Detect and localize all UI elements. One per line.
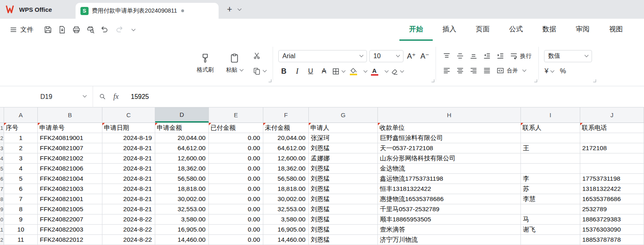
cell[interactable] [580,153,644,164]
decrease-font-button[interactable]: A⁻ [419,50,430,61]
cell[interactable]: FFK240821004 [38,174,102,184]
cell[interactable]: 刘恩猛 [309,174,378,184]
cell[interactable]: 16535378686 [580,194,644,204]
cell[interactable]: 天一0537-2172108 [378,143,521,153]
column-header-i[interactable]: I [521,107,580,122]
cell[interactable]: 9 [4,214,38,225]
search-button[interactable] [93,93,112,101]
increase-font-button[interactable]: A⁺ [406,50,417,61]
cell[interactable]: 3,580.00 [155,214,209,225]
new-tab-button[interactable]: + [223,3,236,15]
font-name-select[interactable]: Arial [278,50,367,62]
row-header[interactable]: 1 [0,123,4,133]
row-header[interactable]: 3 [0,143,4,153]
cell[interactable]: 7 [4,194,38,204]
cell[interactable]: 12,600.00 [263,153,309,164]
cell[interactable]: 2024-8-22 [102,225,155,235]
cell[interactable]: 14,460.00 [155,235,209,245]
cell[interactable]: 56,580.00 [155,174,209,184]
cell[interactable]: 3,580.00 [263,214,309,225]
cell[interactable]: 18,818.00 [155,184,209,194]
cell[interactable]: 2024-8-22 [102,235,155,245]
clear-button[interactable] [390,66,404,77]
align-bottom-button[interactable] [468,50,479,61]
redo-button[interactable] [113,23,126,36]
cell[interactable]: 32,553.00 [155,204,209,214]
number-format-select[interactable]: 数值 [544,50,592,62]
cell[interactable]: 申请日期 [102,123,155,133]
cell[interactable]: 已付金额 [209,123,263,133]
print-preview-button[interactable] [84,23,97,36]
cell[interactable]: 申请单号 [38,123,102,133]
cell[interactable]: 2024-8-21 [102,164,155,174]
font-dialog-launcher-icon[interactable] [432,79,434,82]
cell[interactable]: 壹米滴答 [378,225,521,235]
cell[interactable]: 56,580.00 [263,174,309,184]
customize-toolbar-button[interactable] [127,23,140,36]
row-header[interactable]: 9 [0,204,4,214]
cell[interactable]: 序号 [4,123,38,133]
cell[interactable]: 30,002.00 [263,194,309,204]
cell[interactable]: 恒丰13181322422 [378,184,521,194]
format-painter-button[interactable]: 格式刷 [193,53,217,74]
select-all-corner[interactable] [0,107,4,122]
cell[interactable]: 0.00 [209,153,263,164]
column-header-b[interactable]: B [38,107,102,122]
cell[interactable]: 2532789 [580,204,644,214]
cell[interactable]: 0.00 [209,133,263,143]
cell[interactable]: 刘恩猛 [309,194,378,204]
cell[interactable]: 金达物流 [378,164,521,174]
cell[interactable]: 64,612.00 [263,143,309,153]
column-header-c[interactable]: C [102,107,155,122]
name-box[interactable]: D19 [0,86,93,107]
cell[interactable]: 18863729383 [580,214,644,225]
cell[interactable]: 0.00 [209,214,263,225]
cell[interactable]: 2024-8-21 [102,204,155,214]
cell[interactable]: 2 [4,143,38,153]
cell[interactable]: 刘恩猛 [309,225,378,235]
row-header[interactable]: 4 [0,153,4,164]
cell[interactable]: 16,905.00 [263,225,309,235]
cell[interactable]: 刘恩猛 [309,164,378,174]
cell[interactable]: FFK240819001 [38,133,102,143]
cell[interactable]: 千里马0537-2532789 [378,204,521,214]
align-middle-button[interactable] [455,50,466,61]
cell[interactable]: 32,553.00 [263,204,309,214]
wrap-text-button[interactable]: 换行 [508,50,533,61]
ribbon-tab-开始[interactable]: 开始 [399,19,433,41]
cell[interactable]: 2172108 [580,143,644,153]
cell[interactable]: 李 [521,174,580,184]
cell[interactable]: 0.00 [209,194,263,204]
cell[interactable]: 5 [4,174,38,184]
cell[interactable]: 马 [521,214,580,225]
cell[interactable]: 2024-8-21 [102,194,155,204]
cell[interactable]: 济宁万川物流 [378,235,521,245]
cell[interactable]: 惠捷物流16535378686 [378,194,521,204]
cell[interactable]: 4 [4,164,38,174]
cell[interactable]: 30,002.00 [155,194,209,204]
cut-button[interactable] [252,51,262,61]
strikethrough-button[interactable]: A [319,66,330,77]
column-header-e[interactable]: E [209,107,263,122]
cell[interactable]: 张深珂 [309,133,378,143]
row-header[interactable]: 12 [0,235,4,245]
cell[interactable]: 0.00 [209,174,263,184]
ribbon-tab-页面[interactable]: 页面 [466,19,499,41]
cell[interactable] [580,164,644,174]
column-header-a[interactable]: A [4,107,38,122]
copy-button[interactable] [252,66,267,76]
merge-cells-button[interactable]: 合并 [495,65,527,76]
cell[interactable]: 2024-8-21 [102,153,155,164]
cell[interactable]: 刘恩猛 [309,235,378,245]
borders-button[interactable] [332,66,346,77]
cell[interactable]: 2024-8-21 [102,143,155,153]
cell[interactable]: 14,460.00 [263,235,309,245]
cell[interactable]: 3 [4,153,38,164]
align-top-button[interactable] [441,50,452,61]
cell[interactable]: 申请人 [309,123,378,133]
cell[interactable]: 苏 [521,184,580,194]
formula-input[interactable]: 15925 [131,93,149,101]
cell[interactable]: 王 [521,143,580,153]
cell[interactable]: 12,600.00 [155,153,209,164]
column-header-g[interactable]: G [309,107,378,122]
